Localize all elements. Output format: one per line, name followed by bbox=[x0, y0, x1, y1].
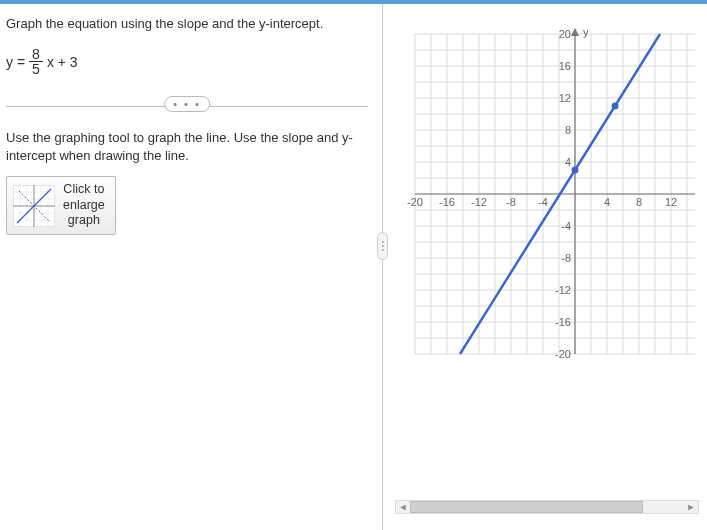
scrollbar-thumb[interactable] bbox=[410, 501, 643, 513]
horizontal-scrollbar[interactable]: ◄ ► bbox=[395, 500, 699, 514]
graph-thumbnail-icon bbox=[13, 185, 55, 227]
section-divider: • • • bbox=[6, 106, 368, 107]
equation-lhs: y = bbox=[6, 54, 25, 70]
instruction-text: Use the graphing tool to graph the line.… bbox=[6, 129, 368, 164]
ellipsis-toggle[interactable]: • • • bbox=[164, 96, 210, 112]
enlarge-line2: enlarge bbox=[63, 198, 105, 214]
svg-text:-20: -20 bbox=[555, 348, 571, 360]
equation-fraction: 8 5 bbox=[29, 47, 43, 76]
scroll-left-arrow-icon[interactable]: ◄ bbox=[396, 501, 410, 513]
svg-text:-16: -16 bbox=[439, 196, 455, 208]
enlarge-graph-label: Click to enlarge graph bbox=[63, 182, 105, 229]
main-layout: Graph the equation using the slope and t… bbox=[0, 4, 707, 530]
enlarge-line3: graph bbox=[63, 213, 105, 229]
svg-text:-12: -12 bbox=[555, 284, 571, 296]
equation: y = 8 5 x + 3 bbox=[6, 47, 368, 76]
svg-text:4: 4 bbox=[604, 196, 610, 208]
svg-text:-4: -4 bbox=[561, 220, 571, 232]
svg-text:-4: -4 bbox=[538, 196, 548, 208]
svg-text:20: 20 bbox=[559, 28, 571, 40]
svg-text:-8: -8 bbox=[506, 196, 516, 208]
equation-denominator: 5 bbox=[29, 62, 43, 76]
equation-after: x + 3 bbox=[47, 54, 78, 70]
left-pane: Graph the equation using the slope and t… bbox=[0, 4, 382, 530]
svg-text:-8: -8 bbox=[561, 252, 571, 264]
svg-text:-12: -12 bbox=[471, 196, 487, 208]
enlarge-line1: Click to bbox=[63, 182, 105, 198]
scroll-right-arrow-icon[interactable]: ► bbox=[684, 501, 698, 513]
right-pane: y -20-16-12-8-4481216 20161284 -4-8-12-1… bbox=[383, 4, 707, 530]
y-axis-label: y bbox=[583, 26, 589, 38]
scrollbar-track[interactable] bbox=[410, 501, 684, 513]
svg-text:-20: -20 bbox=[407, 196, 423, 208]
coordinate-graph: y -20-16-12-8-4481216 20161284 -4-8-12-1… bbox=[395, 14, 695, 374]
graph-viewport[interactable]: y -20-16-12-8-4481216 20161284 -4-8-12-1… bbox=[395, 14, 695, 384]
y-axis-arrow bbox=[571, 28, 579, 36]
svg-text:12: 12 bbox=[559, 92, 571, 104]
svg-text:12: 12 bbox=[665, 196, 677, 208]
line-point-2 bbox=[612, 103, 619, 110]
enlarge-graph-button[interactable]: Click to enlarge graph bbox=[6, 176, 116, 235]
line-point-1 bbox=[572, 167, 579, 174]
question-prompt: Graph the equation using the slope and t… bbox=[6, 16, 368, 31]
svg-text:4: 4 bbox=[565, 156, 571, 168]
svg-text:8: 8 bbox=[636, 196, 642, 208]
svg-text:16: 16 bbox=[559, 60, 571, 72]
svg-text:8: 8 bbox=[565, 124, 571, 136]
svg-text:-16: -16 bbox=[555, 316, 571, 328]
equation-numerator: 8 bbox=[29, 47, 43, 62]
